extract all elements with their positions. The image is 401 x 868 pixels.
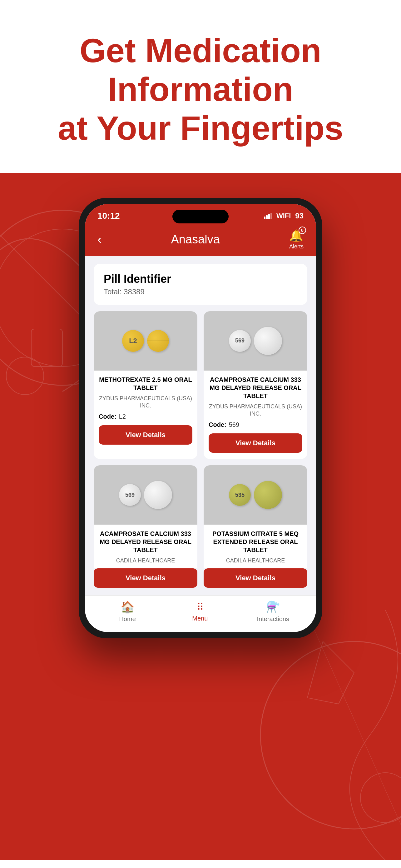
drug-image-2: 569 xyxy=(204,311,307,371)
nav-item-interactions[interactable]: ⚗️ Interactions xyxy=(257,600,289,623)
hero-section: Get Medication Information at Your Finge… xyxy=(0,0,401,173)
phone-section: 10:12 WiFi 93 ‹ A xyxy=(0,173,401,860)
pill-visual-l2-front: L2 xyxy=(122,330,144,352)
drug-name-3: ACAMPROSATE CALCIUM 333 MG DELAYED RELEA… xyxy=(99,530,192,554)
pill-identifier-total: Total: 38389 xyxy=(104,287,297,296)
drug-card-2: 569 ACAMPROSATE CALCIUM 333 MG DELAYED R… xyxy=(204,311,307,459)
drug-image-4: 535 xyxy=(204,465,307,525)
drug-name-2: ACAMPROSATE CALCIUM 333 MG DELAYED RELEA… xyxy=(209,376,302,400)
drug-card-2-body: ACAMPROSATE CALCIUM 333 MG DELAYED RELEA… xyxy=(204,376,307,429)
phone-frame: 10:12 WiFi 93 ‹ A xyxy=(79,198,322,638)
wifi-icon: WiFi xyxy=(276,212,291,220)
status-time: 10:12 xyxy=(97,211,120,221)
bottom-nav: 🏠 Home ⠿ Menu ⚗️ Interactions xyxy=(85,595,316,632)
dynamic-island xyxy=(172,210,229,223)
pill-visual-535-back xyxy=(254,481,282,509)
battery-label: 93 xyxy=(295,212,304,220)
drug-manufacturer-1: ZYDUS PHARMACEUTICALS (USA) INC. xyxy=(99,395,192,410)
drug-code-row-1: Code: L2 xyxy=(99,413,192,420)
drug-grid: L2 METHOTREXATE 2.5 MG ORAL TABLET ZYDUS… xyxy=(94,311,307,568)
drug-manufacturer-2: ZYDUS PHARMACEUTICALS (USA) INC. xyxy=(209,403,302,418)
drug-card-1: L2 METHOTREXATE 2.5 MG ORAL TABLET ZYDUS… xyxy=(94,311,197,459)
signal-bars-icon xyxy=(264,213,272,219)
drug-manufacturer-3: CADILA HEALTHCARE xyxy=(99,557,192,564)
alert-badge: 0 xyxy=(299,226,306,234)
view-details-btn-2[interactable]: View Details xyxy=(209,433,302,453)
view-details-btn-1[interactable]: View Details xyxy=(99,425,192,445)
pill-visual-l2-back xyxy=(147,330,169,352)
nav-item-menu[interactable]: ⠿ Menu xyxy=(184,601,215,622)
svg-point-6 xyxy=(360,773,401,823)
pill-identifier-header: Pill Identifier Total: 38389 xyxy=(94,264,307,305)
nav-bar: ‹ Anasalva 🔔 0 Alerts xyxy=(85,224,316,256)
drug-card-1-body: METHOTREXATE 2.5 MG ORAL TABLET ZYDUS PH… xyxy=(94,376,197,421)
interactions-icon: ⚗️ xyxy=(266,600,280,614)
drug-code-row-2: Code: 569 xyxy=(209,421,302,428)
drug-card-3: 569 ACAMPROSATE CALCIUM 333 MG DELAYED R… xyxy=(94,465,197,568)
status-icons: WiFi 93 xyxy=(264,212,304,220)
svg-point-5 xyxy=(261,642,401,829)
alerts-label: Alerts xyxy=(289,243,304,250)
drug-card-3-body: ACAMPROSATE CALCIUM 333 MG DELAYED RELEA… xyxy=(94,530,197,564)
phone-inner: 10:12 WiFi 93 ‹ A xyxy=(85,204,316,632)
drug-card-4-body: POTASSIUM CITRATE 5 MEQ EXTENDED RELEASE… xyxy=(204,530,307,564)
pill-identifier-title: Pill Identifier xyxy=(104,273,297,286)
pill-visual-569-back xyxy=(254,327,282,355)
nav-label-home: Home xyxy=(119,616,136,623)
pill-visual-569-cadila-back xyxy=(144,481,172,509)
nav-label-interactions: Interactions xyxy=(257,616,289,623)
nav-title: Anasalva xyxy=(171,233,220,246)
nav-item-home[interactable]: 🏠 Home xyxy=(112,600,143,623)
drug-image-1: L2 xyxy=(94,311,197,371)
pill-visual-569-cadila-front: 569 xyxy=(119,484,141,506)
drug-name-1: METHOTREXATE 2.5 MG ORAL TABLET xyxy=(99,376,192,392)
drug-card-4: 535 POTASSIUM CITRATE 5 MEQ EXTENDED REL… xyxy=(204,465,307,568)
view-details-btn-3[interactable]: View Details xyxy=(94,568,197,588)
alerts-button[interactable]: 🔔 0 Alerts xyxy=(289,229,304,250)
view-details-btn-4[interactable]: View Details xyxy=(204,568,307,588)
pill-visual-569-front: 569 xyxy=(229,330,251,352)
hero-title: Get Medication Information at Your Finge… xyxy=(12,31,389,148)
home-icon: 🏠 xyxy=(121,600,135,614)
partial-btn-row: View Details View Details xyxy=(94,568,307,588)
menu-icon: ⠿ xyxy=(196,601,204,613)
drug-manufacturer-4: CADILA HEALTHCARE xyxy=(209,557,302,564)
nav-label-menu: Menu xyxy=(192,615,208,622)
svg-point-4 xyxy=(6,357,44,395)
app-content: Pill Identifier Total: 38389 L2 xyxy=(85,256,316,595)
drug-name-4: POTASSIUM CITRATE 5 MEQ EXTENDED RELEASE… xyxy=(209,530,302,554)
drug-image-3: 569 xyxy=(94,465,197,525)
pill-visual-535-front: 535 xyxy=(229,484,251,506)
back-button[interactable]: ‹ xyxy=(97,232,101,247)
